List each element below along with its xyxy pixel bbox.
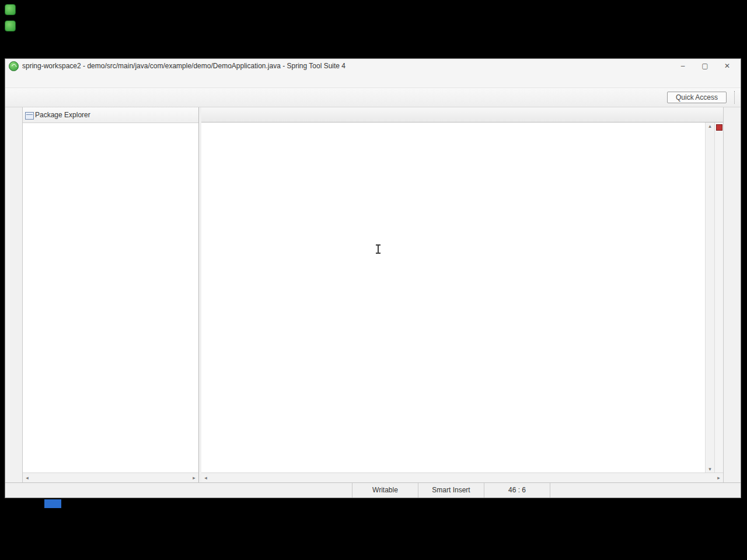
overlay-blue-rect: [44, 499, 61, 508]
minimized-views-left-rail: [5, 107, 23, 482]
main-area: Package Explorer ◂ ▸: [5, 107, 741, 482]
editor-tab-bar: [201, 107, 723, 123]
package-explorer-title: Package Explorer: [35, 111, 90, 119]
overlay-green-icon: [5, 4, 16, 15]
editor-horizontal-scrollbar[interactable]: ◂ ▸: [201, 473, 723, 482]
overlay-green-icon: [5, 20, 16, 32]
mouse-ibeam-cursor: [375, 244, 381, 254]
editor-body: ▴ ▾: [201, 123, 723, 473]
scroll-right-icon[interactable]: ▸: [190, 475, 198, 481]
sts-logo-icon: [9, 61, 19, 71]
scroll-up-icon[interactable]: ▴: [706, 123, 714, 129]
menu-bar: [5, 73, 741, 88]
code-editor[interactable]: [201, 123, 705, 473]
quick-access-button[interactable]: Quick Access: [667, 92, 727, 103]
scroll-right-icon[interactable]: ▸: [714, 475, 723, 481]
package-explorer-panel: Package Explorer ◂ ▸: [23, 107, 199, 482]
overview-ruler[interactable]: [714, 123, 723, 473]
title-bar: spring-workspace2 - demo/src/main/java/c…: [5, 59, 741, 73]
scroll-left-icon[interactable]: ◂: [23, 475, 32, 481]
toolbar: Quick Access: [5, 88, 741, 107]
minimized-views-right-rail: [723, 107, 741, 482]
scroll-down-icon[interactable]: ▾: [706, 466, 714, 472]
package-explorer-header: Package Explorer: [23, 107, 198, 123]
editor-vertical-scrollbar[interactable]: ▴ ▾: [705, 123, 714, 473]
close-icon[interactable]: ✕: [716, 60, 738, 72]
maximize-icon[interactable]: ▢: [694, 60, 716, 72]
status-caret-position: 46 : 6: [484, 483, 550, 498]
status-insert-mode: Smart Insert: [418, 483, 484, 498]
editor-area: ▴ ▾ ◂ ▸: [201, 107, 723, 482]
project-tree[interactable]: [23, 123, 198, 473]
explorer-horizontal-scrollbar[interactable]: ◂ ▸: [23, 473, 198, 482]
app-window: spring-workspace2 - demo/src/main/java/c…: [5, 58, 741, 498]
package-explorer-icon: [25, 112, 34, 120]
scroll-left-icon[interactable]: ◂: [201, 475, 210, 481]
status-bar: Writable Smart Insert 46 : 6: [5, 482, 741, 498]
status-writable: Writable: [352, 483, 418, 498]
error-indicator-icon[interactable]: [716, 124, 722, 131]
screen: spring-workspace2 - demo/src/main/java/c…: [0, 0, 747, 560]
minimize-icon[interactable]: –: [672, 60, 694, 72]
window-title: spring-workspace2 - demo/src/main/java/c…: [22, 62, 345, 70]
toolbar-separator: [734, 91, 735, 104]
window-controls: –▢✕: [672, 60, 738, 72]
